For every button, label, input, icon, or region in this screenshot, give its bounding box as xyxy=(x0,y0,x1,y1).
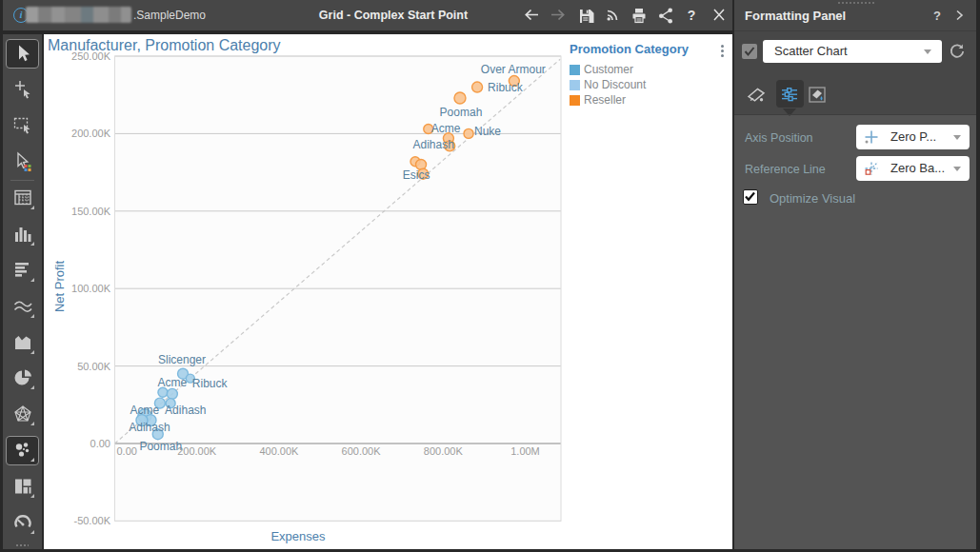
tool-point-select[interactable] xyxy=(7,74,38,105)
tool-pie-chart[interactable] xyxy=(7,363,38,393)
back-icon xyxy=(522,6,541,26)
formatting-panel: Formatting Panel ? Scatter Chart Axis Po… xyxy=(734,0,976,549)
x-axis-title: Expenses xyxy=(270,529,325,543)
point-label: Over Armour xyxy=(481,63,546,76)
appearance-icon xyxy=(746,84,767,105)
visual-enabled-checkbox[interactable] xyxy=(742,44,757,59)
legend-item-no-discount[interactable]: No Discount xyxy=(570,77,646,92)
tool-pointer[interactable] xyxy=(7,38,38,69)
legend-label: Reseller xyxy=(584,93,626,107)
panel-collapse-icon[interactable] xyxy=(954,10,964,21)
tool-gauge[interactable] xyxy=(7,507,38,538)
workspace-suffix: .SampleDemo xyxy=(133,9,206,22)
point-label: Adihash xyxy=(129,421,170,434)
fill-options-icon xyxy=(807,84,828,105)
chart-title: Manufacturer, Promotion Category xyxy=(48,37,281,54)
tool-area-chart[interactable] xyxy=(7,327,38,358)
rectangle-select-icon xyxy=(11,114,34,137)
axis-position-icon xyxy=(863,128,880,146)
tool-multi-select[interactable] xyxy=(7,147,38,177)
chevron-down-icon xyxy=(953,135,961,140)
legend-item-customer[interactable]: Customer xyxy=(570,62,646,77)
tool-rectangle-select[interactable] xyxy=(7,110,38,141)
point-label: Poomah xyxy=(440,106,483,119)
y-axis-title: Net Profit xyxy=(52,261,67,312)
print-button[interactable] xyxy=(627,4,651,27)
reset-icon[interactable] xyxy=(948,42,967,61)
panel-title: Formatting Panel xyxy=(745,9,846,23)
back-button[interactable] xyxy=(519,4,544,27)
visual-type-value: Scatter Chart xyxy=(774,44,848,58)
close-button[interactable] xyxy=(707,4,731,27)
properties-icon xyxy=(779,84,800,105)
tool-treemap[interactable] xyxy=(7,471,38,502)
point-label: Ribuck xyxy=(488,81,524,94)
zero-based-line-icon xyxy=(863,160,880,177)
forward-button[interactable] xyxy=(546,4,570,27)
legend-item-reseller[interactable]: Reseller xyxy=(570,92,646,108)
y-tick-label: 0.00 xyxy=(90,438,110,449)
point-poomah[interactable] xyxy=(454,92,466,104)
tool-bar-chart[interactable] xyxy=(7,219,38,249)
publish-icon xyxy=(603,6,622,26)
design-canvas: Manufacturer, Promotion Category 250.00K… xyxy=(44,34,732,549)
point-label: Acme xyxy=(130,404,160,417)
share-icon xyxy=(656,6,675,26)
legend: CustomerNo DiscountReseller xyxy=(570,62,646,108)
publish-button[interactable] xyxy=(600,4,625,27)
tool-radar-chart[interactable] xyxy=(7,399,38,429)
multi-select-icon xyxy=(11,150,34,173)
reference-line-label: Reference Line xyxy=(745,163,826,176)
point-select-icon xyxy=(11,78,34,101)
visual-type-select[interactable]: Scatter Chart xyxy=(763,40,942,63)
panel-gripper[interactable] xyxy=(838,2,874,4)
tool-line-chart[interactable] xyxy=(7,291,38,322)
legend-title: Promotion Category xyxy=(570,42,689,56)
point-label: Slicenger xyxy=(158,353,206,366)
reference-line-select[interactable]: Zero Ba... xyxy=(856,156,970,181)
save-button[interactable] xyxy=(573,4,598,27)
help-button[interactable]: ? xyxy=(679,4,704,27)
point-label: Poomah xyxy=(139,440,182,453)
toolbar-gripper xyxy=(16,544,29,546)
x-tick-label: 200.00K xyxy=(177,445,217,457)
legend-swatch xyxy=(570,95,580,106)
optimize-visual-label: Optimize Visual xyxy=(770,191,855,206)
legend-label: Customer xyxy=(584,63,633,76)
save-icon xyxy=(576,6,595,26)
chevron-down-icon xyxy=(953,167,961,171)
optimize-visual-checkbox[interactable] xyxy=(743,189,758,205)
y-tick-label: -50.00K xyxy=(73,515,110,526)
point-acme[interactable] xyxy=(167,388,177,399)
redacted-workspace-name xyxy=(26,7,131,23)
point-label: Esics xyxy=(403,168,430,182)
share-button[interactable] xyxy=(653,4,678,27)
x-tick-label: 1.00M xyxy=(510,445,540,457)
panel-header-divider xyxy=(734,30,976,31)
pointer-icon xyxy=(11,42,34,65)
x-tick-label: 600.00K xyxy=(342,445,382,457)
forward-icon xyxy=(549,6,568,26)
panel-tab-fill-options[interactable] xyxy=(806,83,829,106)
panel-tab-appearance[interactable] xyxy=(745,83,768,106)
point-ribuck[interactable] xyxy=(472,82,483,92)
close-icon xyxy=(710,6,729,26)
point-label: Nuke xyxy=(474,125,501,138)
legend-label: No Discount xyxy=(584,78,646,91)
y-tick-label: 100.00K xyxy=(71,283,111,294)
point-label: Ribuck xyxy=(192,377,229,390)
point-nuke[interactable] xyxy=(464,128,473,138)
point-label: Adihash xyxy=(413,138,454,151)
print-icon xyxy=(630,6,649,26)
panel-help-icon[interactable]: ? xyxy=(930,9,944,23)
y-tick-label: 150.00K xyxy=(71,206,111,217)
tool-table[interactable] xyxy=(7,183,38,213)
legend-menu-icon[interactable] xyxy=(717,45,727,60)
tool-row-chart[interactable] xyxy=(7,255,38,286)
tool-scatter-chart[interactable] xyxy=(7,435,38,465)
axis-position-select[interactable]: Zero P... xyxy=(856,125,970,149)
toolbar-divider xyxy=(10,180,34,181)
panel-tab-properties[interactable] xyxy=(778,83,801,106)
point-label: Acme xyxy=(431,122,461,135)
y-tick-label: 50.00K xyxy=(77,361,111,372)
